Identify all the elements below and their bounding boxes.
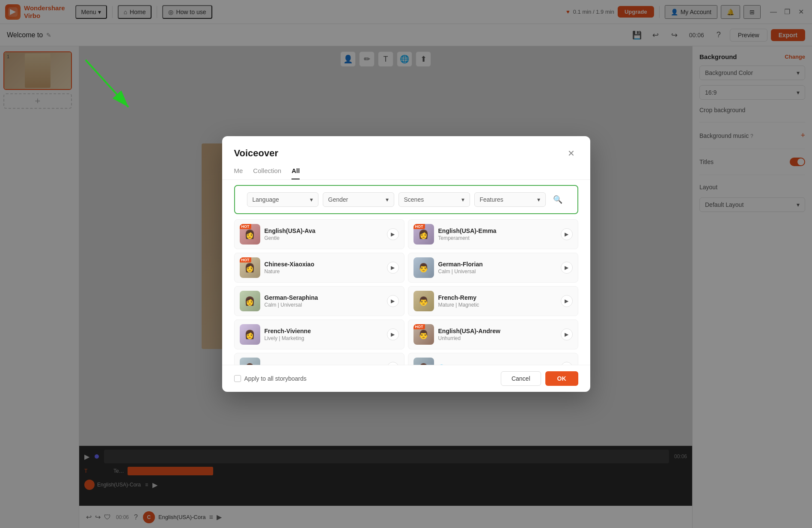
voice-info-remy: French-Remy Mature | Magnetic xyxy=(438,294,556,308)
play-emma-button[interactable]: ▶ xyxy=(561,228,573,240)
voice-name-xiaoxiao: Chinese-Xiaoxiao xyxy=(265,261,383,268)
play-icon: ▶ xyxy=(565,231,568,237)
voice-name-emma: English(USA)-Emma xyxy=(438,227,556,234)
voiceover-dialog: Voiceover ✕ Me Collection All Language ▾… xyxy=(222,136,590,392)
gender-label: Gender xyxy=(328,196,348,203)
play-icon: ▶ xyxy=(391,331,395,337)
voice-info-vivienne: French-Vivienne Lively | Marketing xyxy=(265,328,383,341)
hot-badge-xiaoxiao: HOT xyxy=(240,257,251,263)
language-label: Language xyxy=(253,196,279,203)
footer-buttons: Cancel OK xyxy=(501,371,578,386)
voice-card-ava[interactable]: HOT 👩 English(USA)-Ava Gentle ▶ xyxy=(234,219,405,249)
ok-button[interactable]: OK xyxy=(545,371,578,386)
features-label: Features xyxy=(480,196,503,203)
search-icon: 🔍 xyxy=(553,195,562,204)
voice-card-patrick[interactable]: 👨 🌐 Patrick ▶ xyxy=(408,353,578,365)
voice-avatar-vivienne: 👩 xyxy=(240,324,260,345)
play-brian-button[interactable]: ▶ xyxy=(387,362,399,365)
voice-info-xiaoxiao: Chinese-Xiaoxiao Nature xyxy=(265,261,383,274)
voice-card-emma[interactable]: HOT 👩 English(USA)-Emma Temperament ▶ xyxy=(408,219,578,249)
voice-name-brian: English(USA)-Brian xyxy=(265,364,383,365)
cancel-button[interactable]: Cancel xyxy=(501,371,541,386)
voice-avatar-florian: 👨 xyxy=(413,257,434,278)
scenes-label: Scenes xyxy=(404,196,424,203)
voice-desc-andrew: Unhurried xyxy=(438,335,556,341)
hot-badge-ava: HOT xyxy=(240,224,251,229)
voice-avatar-patrick: 👨 xyxy=(413,358,434,365)
play-icon: ▶ xyxy=(391,298,395,304)
play-andrew-button[interactable]: ▶ xyxy=(561,328,573,340)
voice-desc-emma: Temperament xyxy=(438,235,556,241)
play-seraphina-button[interactable]: ▶ xyxy=(387,295,399,307)
green-arrow xyxy=(68,51,154,137)
voice-name-seraphina: German-Seraphina xyxy=(265,294,383,301)
play-remy-button[interactable]: ▶ xyxy=(561,295,573,307)
voice-card-remy[interactable]: 👨 French-Remy Mature | Magnetic ▶ xyxy=(408,286,578,316)
play-vivienne-button[interactable]: ▶ xyxy=(387,328,399,340)
dialog-header: Voiceover ✕ xyxy=(222,136,590,160)
voice-avatar-brian: 👨 xyxy=(240,358,260,365)
dialog-footer: Apply to all storyboards Cancel OK xyxy=(222,365,590,392)
voice-avatar-andrew: HOT 👨 xyxy=(413,324,434,345)
voice-avatar-remy: 👨 xyxy=(413,291,434,311)
voice-card-florian[interactable]: 👨 German-Florian Calm | Universal ▶ xyxy=(408,253,578,283)
voice-avatar-xiaoxiao: HOT 👩 xyxy=(240,257,260,278)
tab-me[interactable]: Me xyxy=(234,167,243,179)
apply-all-label: Apply to all storyboards xyxy=(244,375,307,382)
play-icon: ▶ xyxy=(565,298,568,304)
voice-info-florian: German-Florian Calm | Universal xyxy=(438,261,556,274)
play-icon: ▶ xyxy=(391,265,395,271)
voice-name-vivienne: French-Vivienne xyxy=(265,328,383,334)
play-icon: ▶ xyxy=(391,231,395,237)
voice-info-patrick: 🌐 Patrick xyxy=(438,364,556,365)
apply-check-area: Apply to all storyboards xyxy=(234,375,307,382)
tab-collection[interactable]: Collection xyxy=(253,167,281,179)
voice-info-seraphina: German-Seraphina Calm | Universal xyxy=(265,294,383,308)
voice-list: HOT 👩 English(USA)-Ava Gentle ▶ HOT 👩 En… xyxy=(222,219,590,365)
dialog-title: Voiceover xyxy=(234,148,279,159)
tab-all[interactable]: All xyxy=(291,167,300,179)
gender-filter[interactable]: Gender ▾ xyxy=(323,192,394,207)
language-chevron: ▾ xyxy=(310,196,313,203)
apply-all-checkbox[interactable] xyxy=(234,375,241,382)
play-ava-button[interactable]: ▶ xyxy=(387,228,399,240)
modal-overlay: Voiceover ✕ Me Collection All Language ▾… xyxy=(0,0,812,528)
dialog-filters: Language ▾ Gender ▾ Scenes ▾ Features ▾ … xyxy=(234,185,578,214)
scenes-chevron: ▾ xyxy=(461,196,464,203)
play-icon: ▶ xyxy=(565,331,568,337)
globe-icon: 🌐 xyxy=(438,364,445,365)
hot-badge-emma: HOT xyxy=(413,224,425,229)
dialog-tabs: Me Collection All xyxy=(222,160,590,180)
voice-desc-ava: Gentle xyxy=(265,235,383,241)
voice-desc-florian: Calm | Universal xyxy=(438,268,556,274)
voice-avatar-emma: HOT 👩 xyxy=(413,224,434,245)
voice-name-florian: German-Florian xyxy=(438,261,556,268)
voice-card-andrew[interactable]: HOT 👨 English(USA)-Andrew Unhurried ▶ xyxy=(408,319,578,349)
play-icon: ▶ xyxy=(565,265,568,271)
voice-desc-vivienne: Lively | Marketing xyxy=(265,335,383,341)
play-patrick-button[interactable]: ▶ xyxy=(561,362,573,365)
play-xiaoxiao-button[interactable]: ▶ xyxy=(387,262,399,274)
voice-card-xiaoxiao[interactable]: HOT 👩 Chinese-Xiaoxiao Nature ▶ xyxy=(234,253,405,283)
voice-name-patrick: 🌐 Patrick xyxy=(438,364,556,365)
voice-card-vivienne[interactable]: 👩 French-Vivienne Lively | Marketing ▶ xyxy=(234,319,405,349)
scenes-filter[interactable]: Scenes ▾ xyxy=(399,192,470,207)
search-button[interactable]: 🔍 xyxy=(550,192,565,207)
voice-info-andrew: English(USA)-Andrew Unhurried xyxy=(438,328,556,341)
dialog-close-button[interactable]: ✕ xyxy=(565,146,578,160)
voice-card-brian[interactable]: 👨 English(USA)-Brian ▶ xyxy=(234,353,405,365)
voice-avatar-seraphina: 👩 xyxy=(240,291,260,311)
language-filter[interactable]: Language ▾ xyxy=(247,192,318,207)
close-icon: ✕ xyxy=(568,148,575,158)
voice-name-ava: English(USA)-Ava xyxy=(265,227,383,234)
hot-badge-andrew: HOT xyxy=(413,324,425,329)
voice-desc-xiaoxiao: Nature xyxy=(265,268,383,274)
voice-avatar-ava: HOT 👩 xyxy=(240,224,260,245)
play-florian-button[interactable]: ▶ xyxy=(561,262,573,274)
voice-info-ava: English(USA)-Ava Gentle xyxy=(265,227,383,241)
voice-desc-remy: Mature | Magnetic xyxy=(438,302,556,308)
features-filter[interactable]: Features ▾ xyxy=(474,192,546,207)
voice-info-emma: English(USA)-Emma Temperament xyxy=(438,227,556,241)
voice-card-seraphina[interactable]: 👩 German-Seraphina Calm | Universal ▶ xyxy=(234,286,405,316)
voice-name-remy: French-Remy xyxy=(438,294,556,301)
